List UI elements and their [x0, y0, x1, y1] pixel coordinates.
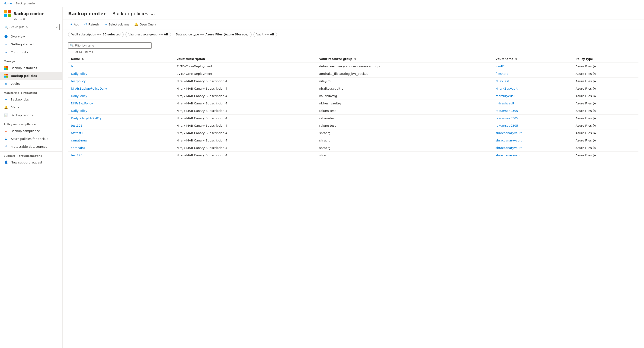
- add-icon: +: [70, 22, 72, 26]
- community-icon: ☁: [4, 50, 8, 54]
- cell-vault-subscription: BVTD-Core-Deployment: [174, 70, 316, 78]
- collapse-icon[interactable]: «: [56, 25, 58, 29]
- sidebar-item-getting-started[interactable]: ✦ Getting started: [0, 40, 62, 48]
- protectable-datasources-icon: 🗄: [4, 144, 8, 149]
- table-header-row: Name ⇅ Vault subscription Vault resource…: [68, 56, 638, 63]
- add-button[interactable]: + Add: [68, 21, 82, 27]
- col-vault-subscription[interactable]: Vault subscription: [174, 56, 316, 63]
- policy-name-link[interactable]: NKFsBkpPolicy: [71, 102, 93, 105]
- vault-name-link[interactable]: shraccanaryvault: [496, 154, 522, 157]
- policy-name-link[interactable]: testpolicy: [71, 79, 86, 83]
- col-policy-type[interactable]: Policy type: [573, 56, 638, 63]
- filter-bar: Vault subscription == 60 selected Vault …: [62, 29, 644, 40]
- filter-vault-resource-group[interactable]: Vault resource group == All: [126, 32, 171, 37]
- table-section: 🔍 1-15 of 645 items Name ⇅ Vault subscri…: [62, 40, 644, 348]
- table-row: test123 Nirajk-MAB Canary Subscription 4…: [68, 152, 638, 159]
- cell-vault-subscription: Nirajk-MAB Canary Subscription 4: [174, 85, 316, 92]
- sidebar-title: Backup center: [14, 11, 44, 16]
- table-row: lkhf BVTD-Core-Deployment default-recove…: [68, 63, 638, 70]
- policy-name-link[interactable]: NKAfsBackupPolicyDaily: [71, 87, 107, 90]
- cell-vault-resource-group: amthaku_filecatalog_bvt_backup: [316, 70, 493, 78]
- vault-name-link[interactable]: rakumsea0305: [496, 124, 518, 127]
- select-columns-button[interactable]: → Select columns: [102, 21, 132, 27]
- filter-vault-subscription[interactable]: Vault subscription == 60 selected: [68, 32, 124, 37]
- policy-name-link[interactable]: DailyPolicy: [71, 94, 87, 98]
- policy-name-link[interactable]: afstest1: [71, 131, 83, 135]
- sidebar-item-azure-policies[interactable]: ⚙ Azure policies for backup: [0, 135, 62, 143]
- sidebar-item-backup-policies[interactable]: Backup policies: [0, 72, 62, 80]
- sidebar-label-backup-policies: Backup policies: [11, 74, 37, 78]
- vault-name-link[interactable]: nkfreshvault: [496, 102, 514, 105]
- sidebar-item-new-support[interactable]: 👤 New support request: [0, 158, 62, 166]
- vault-name-link[interactable]: shraccanaryvault: [496, 131, 522, 135]
- cell-vault-name: shraccanaryvault: [493, 129, 573, 137]
- table-row: NKFsBkpPolicy Nirajk-MAB Canary Subscrip…: [68, 100, 638, 107]
- search-input[interactable]: [3, 24, 60, 30]
- filter-vault[interactable]: Vault == All: [254, 32, 277, 37]
- cell-name: test123: [68, 152, 174, 159]
- vault-name-link[interactable]: NilayTest: [496, 79, 509, 83]
- sidebar-item-vaults[interactable]: ◈ Vaults: [0, 80, 62, 88]
- vault-name-link[interactable]: shraccanaryvault: [496, 146, 522, 150]
- sidebar-item-backup-jobs[interactable]: ≡ Backup jobs: [0, 95, 62, 103]
- vault-name-link[interactable]: shraccanaryvault: [496, 139, 522, 142]
- cell-name: shracafs1: [68, 144, 174, 152]
- open-query-button[interactable]: 🔔 Open Query: [132, 21, 158, 27]
- title-separator: |: [108, 10, 110, 17]
- refresh-icon: ↺: [84, 22, 87, 26]
- policy-name-link[interactable]: DailyPolicy: [71, 109, 87, 113]
- policy-name-link[interactable]: shracafs1: [71, 146, 86, 150]
- cell-name: NKAfsBackupPolicyDaily: [68, 85, 174, 92]
- col-vault-resource-group[interactable]: Vault resource group ⇅: [316, 56, 493, 63]
- toolbar: + Add ↺ Refresh → Select columns 🔔 Open …: [62, 19, 644, 29]
- filter-datasource-type[interactable]: Datasource type == Azure Files (Azure St…: [173, 32, 252, 37]
- filter-input[interactable]: [68, 42, 152, 49]
- policy-name-link[interactable]: lkhf: [71, 65, 76, 68]
- backup-policies-icon: [4, 73, 8, 78]
- cell-name: DailyPolicy: [68, 70, 174, 78]
- col-name[interactable]: Name ⇅: [68, 56, 174, 63]
- cell-vault-name: NirajKEusVault: [493, 85, 573, 92]
- policy-name-link[interactable]: test123: [71, 124, 82, 127]
- table-row: DailyPolicy Nirajk-MAB Canary Subscripti…: [68, 92, 638, 100]
- table-row: DailyPolicy Nirajk-MAB Canary Subscripti…: [68, 107, 638, 115]
- sidebar-item-community[interactable]: ☁ Community: [0, 48, 62, 56]
- search-icon: 🔍: [5, 25, 8, 29]
- columns-icon: →: [104, 22, 107, 26]
- breadcrumb: Home › Backup center: [0, 0, 644, 7]
- cell-policy-type: Azure Files (A: [573, 122, 638, 129]
- vault-name-link[interactable]: rakumsea0305: [496, 109, 518, 113]
- cell-policy-type: Azure Files (A: [573, 129, 638, 137]
- refresh-button[interactable]: ↺ Refresh: [82, 21, 101, 27]
- vault-name-link[interactable]: rakumsea0305: [496, 117, 518, 120]
- sidebar-item-backup-compliance[interactable]: 🛡 Backup compliance: [0, 127, 62, 135]
- sidebar-item-overview[interactable]: ⬤ Overview: [0, 32, 62, 40]
- sidebar-item-backup-instances[interactable]: Backup instances: [0, 64, 62, 72]
- open-query-label: Open Query: [140, 23, 156, 26]
- sidebar-label-backup-reports: Backup reports: [11, 113, 34, 117]
- cell-vault-name: vault1: [493, 63, 573, 70]
- vault-name-link[interactable]: fileshare: [496, 72, 508, 75]
- sidebar-item-alerts[interactable]: 🔔 Alerts: [0, 103, 62, 111]
- policy-name-link[interactable]: DailyPolicy: [71, 72, 87, 75]
- policy-name-link[interactable]: DailyPolicy-ktr2x81j: [71, 117, 101, 120]
- breadcrumb-home[interactable]: Home: [4, 2, 12, 5]
- more-options-icon[interactable]: ...: [150, 11, 155, 16]
- sidebar-item-protectable-datasources[interactable]: 🗄 Protectable datasources: [0, 143, 62, 151]
- table-row: shracafs1 Nirajk-MAB Canary Subscription…: [68, 144, 638, 152]
- cell-vault-resource-group: nkfreshvaultrg: [316, 100, 493, 107]
- table-row: afstest1 Nirajk-MAB Canary Subscription …: [68, 129, 638, 137]
- cell-vault-name: NilayTest: [493, 78, 573, 85]
- col-vault-name[interactable]: Vault name ⇅: [493, 56, 573, 63]
- sidebar-label-overview: Overview: [11, 35, 25, 38]
- cell-policy-type: Azure Files (A: [573, 85, 638, 92]
- policy-name-link[interactable]: ramat-new: [71, 139, 88, 142]
- sidebar-item-backup-reports[interactable]: 📊 Backup reports: [0, 111, 62, 119]
- sort-vault-icon: ⇅: [515, 58, 517, 60]
- cell-name: testpolicy: [68, 78, 174, 85]
- policy-name-link[interactable]: test123: [71, 154, 82, 157]
- vault-name-link[interactable]: vault1: [496, 65, 505, 68]
- filter-input-container: 🔍: [68, 42, 152, 49]
- vault-name-link[interactable]: NirajKEusVault: [496, 87, 518, 90]
- vault-name-link[interactable]: mercuryeus2: [496, 94, 515, 98]
